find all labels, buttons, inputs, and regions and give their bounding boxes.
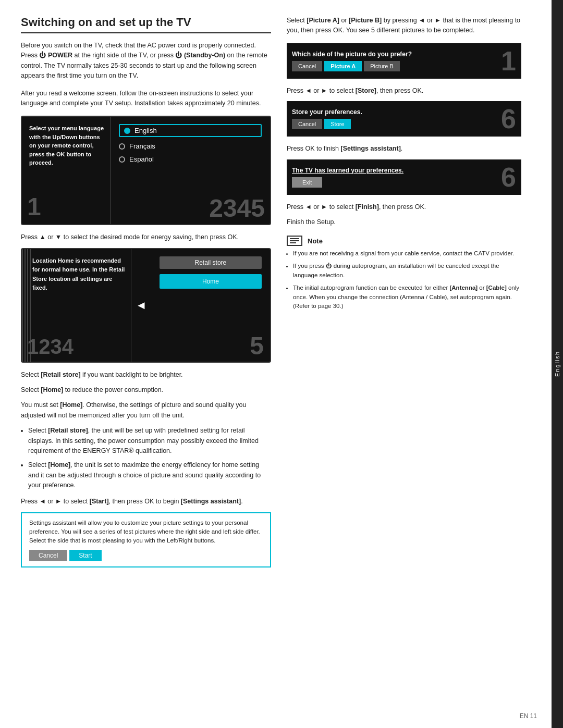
page-footer: EN 11 (520, 712, 537, 720)
lang-label-french: Français (129, 142, 155, 150)
tv-screen1-instruction: Select your menu language with the Up/Do… (29, 125, 104, 166)
lang-label-spanish: Español (129, 155, 154, 163)
tv-screen1-numbers: 2345 (209, 196, 265, 221)
left-column: Switching on and set up the TV Before yo… (21, 16, 271, 712)
picture-preference-box: Which side of the picture do you prefer?… (287, 43, 521, 79)
note-icon (287, 236, 302, 246)
note-header: Note (287, 236, 521, 246)
picture-cancel-button[interactable]: Cancel (292, 61, 322, 71)
note-item-1: If you are not receiving a signal from y… (293, 249, 521, 258)
settings-start-button[interactable]: Start (69, 550, 101, 561)
settings-assistant-text: Settings assistant will allow you to cus… (29, 519, 263, 546)
page-title: Switching on and set up the TV (21, 16, 271, 33)
side-tab: English (552, 0, 563, 728)
press-finish-text: Press ◄ or ► to select [Finish], then pr… (287, 202, 521, 212)
bullet-item-retail: Select [Retail store], the unit will be … (28, 426, 271, 456)
tv-screen1-number-left: 1 (27, 192, 41, 221)
tv-btn-home: Home (160, 274, 262, 289)
tv-screen2-number-left: 1234 (27, 335, 74, 359)
picture-pref-inner: Which side of the picture do you prefer?… (292, 51, 497, 71)
lang-option-english: English (119, 124, 262, 137)
lang-option-french: Français (119, 142, 262, 150)
tv-screen2-numbers: 5 (250, 334, 264, 359)
picture-pref-title: Which side of the picture do you prefer? (292, 51, 497, 58)
note-label: Note (308, 237, 323, 245)
tv-screen2-instruction: Location Home is recommended for normal … (32, 256, 126, 293)
settings-assistant-box: Settings assistant will allow you to cus… (21, 512, 271, 567)
settings-box-buttons: Cancel Start (29, 550, 263, 561)
store-preferences-box: Store your preferences. Cancel Store 6 (287, 101, 521, 137)
lang-option-spanish: Español (119, 155, 262, 163)
press-ok-finish-text: Press OK to finish [Settings assistant]. (287, 144, 521, 154)
lang-dot-english (124, 128, 130, 134)
store-pref-title: Store your preferences. (292, 108, 497, 116)
lang-label-english: English (134, 127, 157, 134)
footer-text: EN 11 (520, 712, 537, 720)
tv-screen-language: Select your menu language with the Up/Do… (21, 116, 271, 225)
tv-learned-number: 6 (501, 164, 516, 191)
tv-screen2-arrow: ◄ (131, 249, 151, 362)
must-set-home-text: You must set [Home]. Otherwise, the sett… (21, 400, 271, 421)
note-box: Note If you are not receiving a signal f… (287, 236, 521, 311)
tv-btn-retail: Retail store (160, 256, 262, 269)
tv-learned-buttons: Exit (292, 177, 497, 188)
picture-b-button[interactable]: Picture B (364, 61, 400, 71)
note-list: If you are not receiving a signal from y… (293, 249, 521, 311)
exit-button[interactable]: Exit (292, 177, 322, 188)
bullet-list: Select [Retail store], the unit will be … (28, 426, 271, 490)
tv-screen-location: Location Home is recommended for normal … (21, 248, 271, 363)
select-retail-text: Select [Retail store] if you want backli… (21, 370, 271, 380)
store-pref-buttons: Cancel Store (292, 119, 497, 129)
press-arrow-text-1: Press ▲ or ▼ to select the desired mode … (21, 232, 271, 242)
tv-learned-title: The TV has learned your preferences. (292, 167, 497, 174)
press-start-text: Press ◄ or ► to select [Start], then pre… (21, 497, 271, 507)
picture-pref-number: 1 (501, 47, 516, 75)
lang-dot-french (119, 143, 125, 150)
side-tab-label: English (554, 351, 560, 377)
intro-paragraph-2: After you read a welcome screen, follow … (21, 89, 271, 109)
picture-pref-buttons: Cancel Picture A Picture B (292, 61, 497, 71)
store-pref-inner: Store your preferences. Cancel Store (292, 108, 497, 129)
lang-dot-spanish (119, 156, 125, 163)
note-item-3: The initial autoprogram function can be … (293, 283, 521, 311)
intro-paragraph-1: Before you switch on the TV, check that … (21, 41, 271, 81)
finish-setup-text: Finish the Setup. (287, 217, 521, 227)
store-pref-number: 6 (501, 105, 516, 132)
select-home-text: Select [Home] to reduce the power consum… (21, 385, 271, 395)
store-store-button[interactable]: Store (324, 119, 350, 129)
right-column: Select [Picture A] or [Picture B] by pre… (287, 16, 521, 712)
bullet-item-home: Select [Home], the unit is set to maximi… (28, 460, 271, 490)
store-cancel-button[interactable]: Cancel (292, 119, 322, 129)
note-item-2: If you press ⏻ during autoprogram, an in… (293, 262, 521, 280)
press-store-text: Press ◄ or ► to select [Store], then pre… (287, 86, 521, 96)
tv-learned-inner: The TV has learned your preferences. Exi… (292, 167, 497, 188)
settings-cancel-button[interactable]: Cancel (29, 550, 67, 561)
picture-a-button[interactable]: Picture A (324, 61, 362, 71)
tv-learned-box: The TV has learned your preferences. Exi… (287, 159, 521, 195)
right-intro-text: Select [Picture A] or [Picture B] by pre… (287, 16, 521, 36)
